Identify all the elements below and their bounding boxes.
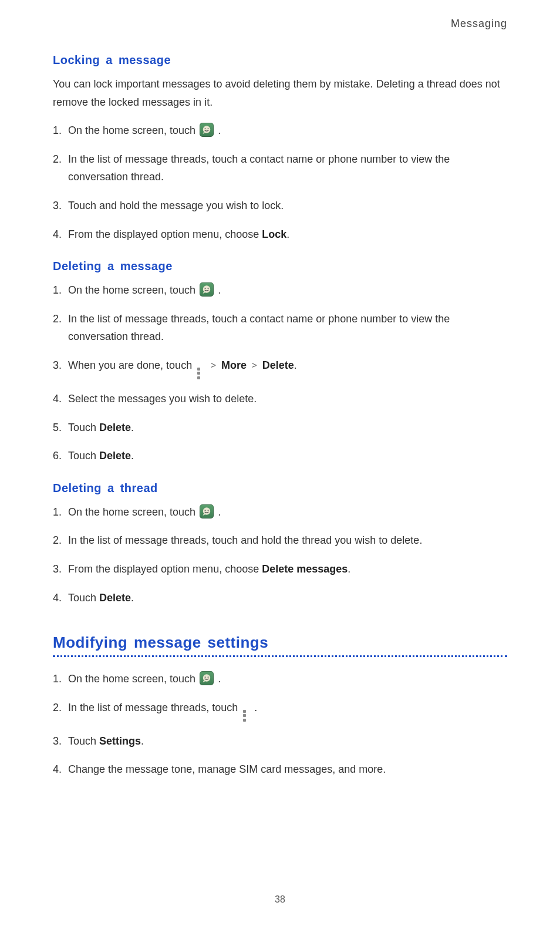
bold-text: Lock <box>262 228 286 240</box>
bold-text: Delete <box>99 450 131 462</box>
step-item: Touch Delete. <box>53 419 507 437</box>
step-text: Touch <box>68 422 99 433</box>
step-item: In the list of message threads, touch . <box>53 699 507 722</box>
svg-point-5 <box>208 288 209 289</box>
svg-point-2 <box>208 128 209 129</box>
step-text: On the home screen, touch <box>68 284 198 296</box>
step-text: . <box>131 450 134 462</box>
step-text: . <box>218 124 221 136</box>
svg-point-7 <box>205 510 206 511</box>
step-text: . <box>348 563 350 575</box>
step-item: On the home screen, touch . <box>53 122 507 140</box>
overflow-menu-icon <box>243 710 248 722</box>
dotted-divider <box>53 655 507 657</box>
step-text: On the home screen, touch <box>68 506 198 518</box>
step-text: Touch <box>68 735 99 747</box>
step-text: . <box>218 673 221 685</box>
intro-locking: You can lock important messages to avoid… <box>53 75 507 111</box>
svg-point-11 <box>208 676 209 678</box>
step-item: On the home screen, touch . <box>53 281 507 299</box>
step-text: . <box>254 702 257 713</box>
step-text: Touch <box>68 450 99 462</box>
svg-point-8 <box>208 510 209 511</box>
step-item: On the home screen, touch . <box>53 503 507 521</box>
page-number: 38 <box>0 894 560 905</box>
heading-deleting-thread: Deleting a thread <box>53 481 507 495</box>
heading-modifying-settings: Modifying message settings <box>53 634 507 652</box>
step-text: . <box>294 359 297 371</box>
step-item: In the list of message threads, touch a … <box>53 150 507 186</box>
step-text: . <box>218 506 221 518</box>
step-item: Change the message tone, manage SIM card… <box>53 760 507 779</box>
step-item: From the displayed option menu, choose D… <box>53 560 507 578</box>
steps-settings: On the home screen, touch . In the list … <box>53 670 507 779</box>
step-text: From the displayed option menu, choose <box>68 228 262 240</box>
step-text: When you are done, touch <box>68 359 195 371</box>
step-item: Touch and hold the message you wish to l… <box>53 197 507 215</box>
steps-deleting-message: On the home screen, touch . In the list … <box>53 281 507 465</box>
breadcrumb-separator: > <box>249 358 259 373</box>
svg-point-6 <box>203 507 210 514</box>
messaging-app-icon <box>200 504 214 518</box>
breadcrumb-separator: > <box>208 358 218 373</box>
step-item: On the home screen, touch . <box>53 670 507 688</box>
step-item: Touch Delete. <box>53 447 507 465</box>
bold-text: Delete <box>99 422 131 433</box>
svg-point-9 <box>203 674 210 681</box>
bold-text: Delete messages <box>262 563 348 575</box>
steps-locking: On the home screen, touch . In the list … <box>53 122 507 243</box>
heading-locking-message: Locking a message <box>53 53 507 67</box>
svg-point-0 <box>203 126 210 133</box>
step-item: In the list of message threads, touch a … <box>53 310 507 346</box>
messaging-app-icon <box>200 282 214 297</box>
step-text: On the home screen, touch <box>68 673 198 685</box>
bold-text: Delete <box>262 359 294 371</box>
step-text: . <box>286 228 289 240</box>
svg-point-10 <box>205 676 206 678</box>
step-item: Select the messages you wish to delete. <box>53 390 507 408</box>
heading-deleting-message: Deleting a message <box>53 260 507 273</box>
step-text: . <box>131 592 134 604</box>
step-item: From the displayed option menu, choose L… <box>53 225 507 244</box>
overflow-menu-icon <box>197 368 202 379</box>
step-text: On the home screen, touch <box>68 124 198 136</box>
step-item: Touch Settings. <box>53 732 507 750</box>
step-text: . <box>218 284 221 296</box>
page-header-label: Messaging <box>53 18 507 30</box>
bold-text: Delete <box>99 592 131 604</box>
step-item: Touch Delete. <box>53 589 507 607</box>
bold-text: More <box>221 359 247 371</box>
svg-point-1 <box>205 128 206 129</box>
messaging-app-icon <box>200 671 214 685</box>
step-item: When you are done, touch > More > Delete… <box>53 356 507 379</box>
messaging-app-icon <box>200 123 214 137</box>
svg-point-3 <box>203 285 210 292</box>
step-text: From the displayed option menu, choose <box>68 563 262 575</box>
svg-point-4 <box>205 288 206 289</box>
step-text: Touch <box>68 592 99 604</box>
step-text: . <box>141 735 144 747</box>
step-text: . <box>131 422 134 433</box>
steps-deleting-thread: On the home screen, touch . In the list … <box>53 503 507 607</box>
step-item: In the list of message threads, touch an… <box>53 531 507 550</box>
step-text: In the list of message threads, touch <box>68 702 241 713</box>
bold-text: Settings <box>99 735 141 747</box>
